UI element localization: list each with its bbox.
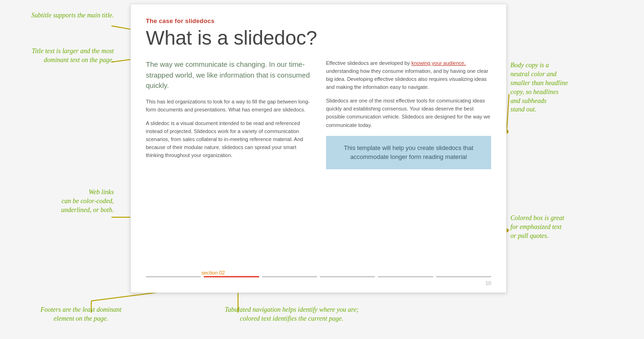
footers-annotation: Footers are the least dominantelement on… — [15, 306, 147, 323]
footer-section-label: section 02 — [201, 270, 225, 276]
navigation-annotation: Tabulated navigation helps identify wher… — [179, 306, 405, 323]
slide-col-right: Effective slidedocs are developed by kno… — [326, 59, 491, 169]
slide-col-left: The way we communicate is changing. In o… — [146, 59, 311, 169]
title-annotation: Title text is larger and the most domina… — [15, 47, 114, 65]
slide-title: What is a slidedoc? — [146, 27, 491, 49]
weblinks-annotation: Web linkscan be color-coded,underlined, … — [15, 188, 114, 215]
pull-quote-box: This template will help you create slide… — [326, 136, 491, 169]
footer-tab-3 — [262, 276, 317, 277]
col-right-link[interactable]: knowing your audience, — [411, 60, 466, 66]
footer-tab-2 — [204, 276, 259, 277]
footer-tab-5 — [378, 276, 433, 277]
slide-footer: section 02 10 — [131, 268, 506, 292]
footer-tab-4 — [320, 276, 375, 277]
col-left-para2: A slidedoc is a visual document intended… — [146, 119, 311, 159]
col-right-para2: Slidedocs are one of the most effective … — [326, 97, 491, 129]
slide-columns: The way we communicate is changing. In o… — [146, 59, 491, 169]
bodycopy-annotation: Body copy is aneutral color andsmaller t… — [510, 61, 633, 114]
footer-page-number: 10 — [485, 280, 491, 286]
footer-tab-6 — [436, 276, 491, 277]
subtitle-annotation: Subtitle supports the main title. — [15, 11, 114, 20]
col-left-para1: This has led organizations to look for a… — [146, 98, 311, 114]
slide-container: The case for slidedocs What is a slidedo… — [130, 4, 507, 293]
coloredbox-annotation: Colored box is greatfor emphasized texto… — [510, 214, 633, 241]
svg-line-6 — [507, 94, 509, 132]
footer-tab-1 — [146, 276, 201, 277]
col-left-intro: The way we communicate is changing. In o… — [146, 59, 311, 91]
col-right-para1: Effective slidedocs are developed by kno… — [326, 59, 491, 91]
footer-tabs — [146, 276, 491, 277]
slide-eyebrow: The case for slidedocs — [146, 17, 491, 24]
